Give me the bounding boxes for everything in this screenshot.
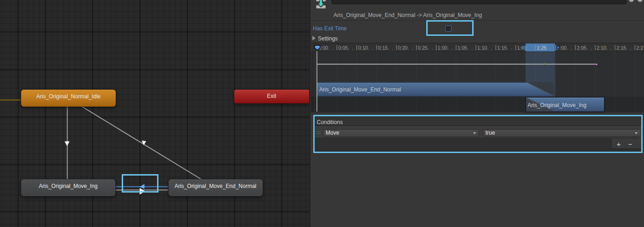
svg-text:1:15: 1:15 <box>497 45 507 51</box>
svg-text:0:10: 0:10 <box>358 45 368 51</box>
svg-text:1:05: 1:05 <box>458 45 467 51</box>
svg-text:2:05: 2:05 <box>576 45 586 51</box>
svg-text:0:15: 0:15 <box>378 45 388 51</box>
svg-text:0:20: 0:20 <box>398 45 407 51</box>
svg-text:2:15: 2:15 <box>616 45 626 51</box>
svg-text:Aris_Original_Move_End_Normal: Aris_Original_Move_End_Normal <box>319 86 401 93</box>
svg-text:1:00: 1:00 <box>438 45 447 51</box>
svg-text:2:10: 2:10 <box>597 45 606 51</box>
svg-text:1:10: 1:10 <box>477 45 487 51</box>
svg-text:0:05: 0:05 <box>338 45 348 51</box>
svg-text:0:25: 0:25 <box>418 45 427 51</box>
svg-text:Aris_Original_Move_Ing: Aris_Original_Move_Ing <box>528 102 587 108</box>
svg-text:2:2: 2:2 <box>636 45 643 51</box>
svg-text:1:25: 1:25 <box>537 45 547 51</box>
